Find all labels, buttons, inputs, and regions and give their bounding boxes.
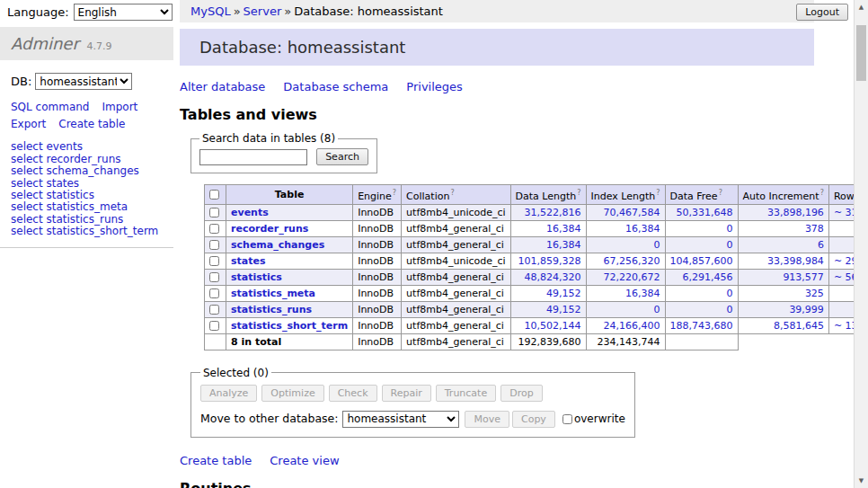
cell-link[interactable]: 6 [818,239,824,251]
table-name-link[interactable]: states [231,255,266,267]
scroll-down-arrow-icon[interactable]: ▼ [855,474,868,488]
table-row: recorder_runsInnoDButf8mb4_general_ci16,… [205,220,868,236]
cell-link[interactable]: 10,502,144 [525,320,581,332]
drop-button[interactable]: Drop [500,385,542,402]
column-help-link[interactable]: ? [577,189,580,197]
cell-link[interactable]: 72,220,672 [604,271,660,283]
sidebar-link-import[interactable]: Import [102,101,137,113]
cell-link[interactable]: 0 [727,304,733,315]
move-button[interactable]: Move [465,411,509,428]
cell-link[interactable]: 0 [727,239,733,251]
row-checkbox[interactable] [209,256,219,266]
table-name-link[interactable]: events [231,207,269,218]
sidebar-table-link[interactable]: select statistics [11,189,94,201]
row-checkbox[interactable] [209,224,219,234]
table-name-link[interactable]: schema_changes [231,239,324,251]
cell-link[interactable]: 24,166,400 [604,320,660,332]
table-name-link[interactable]: statistics_meta [231,288,315,299]
column-help-link[interactable]: ? [656,189,660,197]
sidebar-link-export[interactable]: Export [11,118,46,130]
overwrite-checkbox[interactable] [562,414,572,424]
total-index-length: 234,143,744 [586,333,665,350]
link-alter-database[interactable]: Alter database [180,80,265,93]
sidebar-table-link[interactable]: select statistics_runs [11,213,123,226]
link-database-schema[interactable]: Database schema [283,80,388,93]
scrollbar-thumb[interactable] [856,25,866,81]
column-help-link[interactable]: ? [393,189,396,197]
cell-link[interactable]: 0 [727,288,733,299]
column-help-link[interactable]: ? [820,189,824,197]
table-name-link[interactable]: recorder_runs [231,223,308,235]
breadcrumb-link-server[interactable]: Server [244,4,282,18]
column-help-link[interactable]: ? [450,189,454,197]
language-select[interactable]: English [74,4,173,21]
repair-button[interactable]: Repair [382,385,431,402]
table-name-link[interactable]: statistics [231,271,282,283]
cell-link[interactable]: 188,743,680 [670,320,733,332]
cell-link[interactable]: 0 [654,239,660,251]
cell-link[interactable]: 16,384 [546,223,581,235]
logout-button[interactable]: Logout [796,4,848,21]
sidebar-item-select-events: select events [11,141,163,153]
search-button[interactable]: Search [316,148,368,165]
language-label: Language: [7,5,69,19]
copy-button[interactable]: Copy [512,411,555,428]
table-name-link[interactable]: statistics_short_term [231,320,348,332]
cell-link[interactable]: 39,999 [789,304,824,315]
link-create-table[interactable]: Create table [180,454,252,467]
cell-link[interactable]: 33,898,196 [767,207,824,218]
cell-link[interactable]: 8,581,645 [774,320,824,332]
cell-link[interactable]: 378 [805,223,824,235]
truncate-button[interactable]: Truncate [436,385,496,402]
sidebar-link-create-table[interactable]: Create table [58,118,125,130]
cell-link[interactable]: 67,256,320 [604,255,660,267]
cell-link[interactable]: 33,398,984 [767,255,824,267]
row-checkbox[interactable] [209,288,219,298]
sidebar-table-link[interactable]: select recorder_runs [11,153,121,165]
cell-link[interactable]: 49,152 [546,288,581,299]
cell-link[interactable]: 0 [654,304,660,315]
cell-link[interactable]: 50,331,648 [677,207,733,218]
select-all-checkbox[interactable] [209,190,219,200]
check-button[interactable]: Check [329,385,377,402]
cell-link[interactable]: 48,824,320 [525,271,581,283]
sidebar-table-link[interactable]: select statistics_short_term [11,225,158,237]
table-name-link[interactable]: statistics_runs [231,304,312,315]
db-select[interactable]: homeassistant [35,73,132,90]
cell-collation: utf8mb4_unicode_ci [402,204,510,220]
sidebar-table-link[interactable]: select events [11,140,83,153]
scroll-up-arrow-icon[interactable]: ▲ [855,0,868,14]
row-checkbox[interactable] [209,208,219,217]
cell-link[interactable]: 16,384 [625,288,660,299]
cell-link[interactable]: 101,859,328 [518,255,581,267]
cell-link[interactable]: 49,152 [546,304,581,315]
sidebar-table-link[interactable]: select states [11,177,79,190]
cell-link[interactable]: 104,857,600 [670,255,733,267]
link-privileges[interactable]: Privileges [406,80,463,93]
row-checkbox[interactable] [209,321,219,331]
cell-link[interactable]: 16,384 [625,223,660,235]
breadcrumb-link-mysql[interactable]: MySQL [190,4,231,18]
column-help-link[interactable]: ? [719,189,722,197]
search-input[interactable] [199,149,307,165]
row-checkbox[interactable] [209,240,219,250]
analyze-button[interactable]: Analyze [200,385,257,402]
cell-link[interactable]: 16,384 [546,239,581,251]
cell-link[interactable]: 31,522,816 [525,207,581,218]
vertical-scrollbar[interactable]: ▲ ▼ [854,0,868,488]
cell-data-length: 16,384 [510,236,586,253]
sidebar-table-link[interactable]: select statistics_meta [11,200,128,213]
cell-link[interactable]: 0 [727,223,733,235]
sidebar-link-sql-command[interactable]: SQL command [11,101,89,113]
row-checkbox[interactable] [209,272,219,282]
link-create-view[interactable]: Create view [270,454,339,467]
cell-index-length: 0 [586,236,665,253]
sidebar-table-link[interactable]: select schema_changes [11,164,139,177]
move-db-select[interactable]: homeassistant [342,411,459,428]
cell-link[interactable]: 325 [805,288,824,299]
cell-link[interactable]: 6,291,456 [683,271,733,283]
cell-link[interactable]: 70,467,584 [604,207,660,218]
optimize-button[interactable]: Optimize [261,385,323,402]
cell-link[interactable]: 913,577 [783,271,824,283]
row-checkbox[interactable] [209,305,219,315]
